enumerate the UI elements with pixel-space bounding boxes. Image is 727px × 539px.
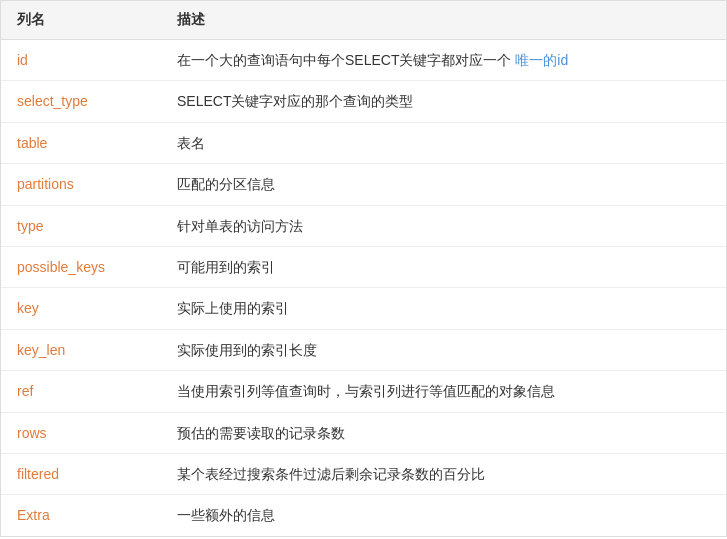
field-name-cell: ref (1, 371, 161, 412)
desc-plain-text: 某个表经过搜索条件过滤后剩余记录条数的百分比 (177, 466, 485, 482)
field-name-text: Extra (17, 507, 50, 523)
table-row: key实际上使用的索引 (1, 288, 726, 329)
desc-plain-text: 预估的需要读取的记录条数 (177, 425, 345, 441)
desc-plain-text: 实际上使用的索引 (177, 300, 289, 316)
field-name-text: type (17, 218, 43, 234)
table-row: Extra一些额外的信息 (1, 495, 726, 536)
field-desc-cell: 当使用索引列等值查询时，与索引列进行等值匹配的对象信息 (161, 371, 726, 412)
field-desc-cell: 匹配的分区信息 (161, 164, 726, 205)
field-desc-cell: 预估的需要读取的记录条数 (161, 412, 726, 453)
field-name-text: ref (17, 383, 33, 399)
desc-plain-text: 实际使用到的索引长度 (177, 342, 317, 358)
field-name-cell: id (1, 40, 161, 81)
field-desc-cell: 实际使用到的索引长度 (161, 329, 726, 370)
field-name-text: id (17, 52, 28, 68)
field-name-text: key (17, 300, 39, 316)
col-name-header: 列名 (1, 1, 161, 40)
table-row: partitions匹配的分区信息 (1, 164, 726, 205)
field-name-text: possible_keys (17, 259, 105, 275)
field-name-cell: partitions (1, 164, 161, 205)
field-name-text: filtered (17, 466, 59, 482)
table-row: type针对单表的访问方法 (1, 205, 726, 246)
field-name-text: partitions (17, 176, 74, 192)
field-name-text: rows (17, 425, 47, 441)
field-name-cell: Extra (1, 495, 161, 536)
data-table: 列名 描述 id在一个大的查询语句中每个SELECT关键字都对应一个 唯一的id… (1, 1, 726, 536)
field-name-text: select_type (17, 93, 88, 109)
field-desc-cell: 一些额外的信息 (161, 495, 726, 536)
field-name-cell: key (1, 288, 161, 329)
desc-plain-text: 针对单表的访问方法 (177, 218, 303, 234)
table-row: key_len实际使用到的索引长度 (1, 329, 726, 370)
field-desc-cell: 可能用到的索引 (161, 246, 726, 287)
field-name-cell: table (1, 122, 161, 163)
desc-plain-text: 当使用索引列等值查询时，与索引列进行等值匹配的对象信息 (177, 383, 555, 399)
col-desc-header: 描述 (161, 1, 726, 40)
table-row: table表名 (1, 122, 726, 163)
field-name-cell: select_type (1, 81, 161, 122)
field-name-cell: type (1, 205, 161, 246)
table-row: rows预估的需要读取的记录条数 (1, 412, 726, 453)
table-row: filtered某个表经过搜索条件过滤后剩余记录条数的百分比 (1, 453, 726, 494)
desc-plain-text: 匹配的分区信息 (177, 176, 275, 192)
field-name-cell: possible_keys (1, 246, 161, 287)
desc-plain-text: 表名 (177, 135, 205, 151)
table-row: ref当使用索引列等值查询时，与索引列进行等值匹配的对象信息 (1, 371, 726, 412)
table-row: possible_keys可能用到的索引 (1, 246, 726, 287)
field-name-text: table (17, 135, 47, 151)
field-desc-cell: 实际上使用的索引 (161, 288, 726, 329)
main-table-container: 列名 描述 id在一个大的查询语句中每个SELECT关键字都对应一个 唯一的id… (0, 0, 727, 537)
desc-plain-text: 一些额外的信息 (177, 507, 275, 523)
field-desc-cell: SELECT关键字对应的那个查询的类型 (161, 81, 726, 122)
field-desc-cell: 在一个大的查询语句中每个SELECT关键字都对应一个 唯一的id (161, 40, 726, 81)
field-desc-cell: 某个表经过搜索条件过滤后剩余记录条数的百分比 (161, 453, 726, 494)
table-header-row: 列名 描述 (1, 1, 726, 40)
field-name-cell: filtered (1, 453, 161, 494)
table-row: select_typeSELECT关键字对应的那个查询的类型 (1, 81, 726, 122)
field-desc-cell: 表名 (161, 122, 726, 163)
desc-plain-text: 在一个大的查询语句中每个SELECT关键字都对应一个 (177, 52, 515, 68)
field-name-cell: key_len (1, 329, 161, 370)
desc-link-text[interactable]: 唯一的id (515, 52, 568, 68)
desc-plain-text: 可能用到的索引 (177, 259, 275, 275)
field-name-cell: rows (1, 412, 161, 453)
table-row: id在一个大的查询语句中每个SELECT关键字都对应一个 唯一的id (1, 40, 726, 81)
field-name-text: key_len (17, 342, 65, 358)
field-desc-cell: 针对单表的访问方法 (161, 205, 726, 246)
desc-plain-text: SELECT关键字对应的那个查询的类型 (177, 93, 413, 109)
